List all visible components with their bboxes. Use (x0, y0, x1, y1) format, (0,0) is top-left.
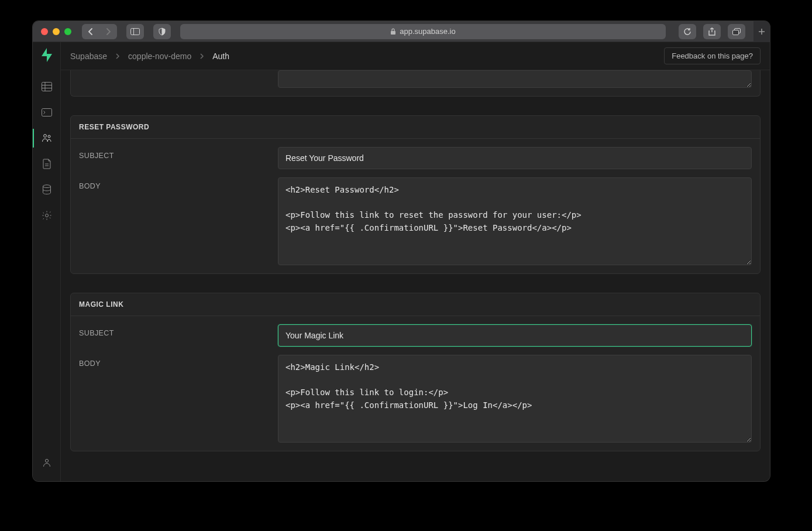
svg-rect-0 (131, 28, 140, 35)
panel-previous-partial (70, 70, 761, 97)
chevron-right-icon (199, 53, 204, 59)
window-controls (41, 28, 71, 35)
magic-body-textarea[interactable] (278, 355, 752, 443)
browser-actions (675, 24, 745, 39)
svg-rect-9 (42, 109, 51, 117)
url-bar[interactable]: app.supabase.io (180, 24, 666, 39)
svg-rect-5 (42, 83, 51, 91)
chevron-right-icon (115, 53, 120, 59)
svg-rect-4 (733, 30, 739, 35)
breadcrumb-project[interactable]: copple-nov-demo (128, 52, 191, 61)
panel-header: MAGIC LINK (71, 293, 760, 316)
browser-back-button[interactable] (82, 24, 99, 39)
browser-forward-button[interactable] (99, 24, 117, 39)
app-shell: Supabase copple-nov-demo Auth Feedback o… (33, 42, 770, 481)
subject-label: SUBJECT (79, 147, 266, 169)
feedback-button[interactable]: Feedback on this page? (664, 47, 761, 64)
body-label: BODY (79, 177, 266, 265)
nav-back-forward (82, 24, 117, 39)
browser-window: app.supabase.io (33, 21, 770, 481)
window-fullscreen-icon[interactable] (64, 28, 71, 35)
breadcrumb-page: Auth (212, 52, 229, 61)
reader-shield-button[interactable] (153, 24, 171, 39)
url-text: app.supabase.io (400, 27, 455, 36)
panel-header: RESET PASSWORD (71, 116, 760, 139)
body-label: BODY (79, 355, 266, 443)
nav-sql-editor[interactable] (33, 100, 61, 125)
svg-point-10 (43, 135, 46, 138)
supabase-logo-icon[interactable] (40, 48, 53, 62)
panel-magic-link: MAGIC LINK SUBJECT BODY (70, 293, 761, 451)
svg-rect-2 (391, 31, 395, 35)
nav-account[interactable] (33, 450, 61, 475)
nav-table-editor[interactable] (33, 74, 61, 100)
svg-point-15 (45, 214, 48, 217)
browser-chrome: app.supabase.io (33, 21, 770, 42)
svg-point-16 (45, 459, 48, 462)
panel-reset-password: RESET PASSWORD SUBJECT BODY (70, 115, 761, 274)
content-scroll[interactable]: RESET PASSWORD SUBJECT BODY MAGIC LINK S… (61, 70, 770, 481)
new-tab-button[interactable] (753, 21, 770, 42)
nav-storage[interactable] (33, 151, 61, 177)
nav-settings[interactable] (33, 203, 61, 228)
svg-point-11 (48, 135, 50, 138)
reset-body-textarea[interactable] (278, 177, 752, 265)
nav-auth[interactable] (33, 125, 61, 151)
left-nav (33, 42, 61, 481)
nav-database[interactable] (33, 177, 61, 203)
reload-button[interactable] (679, 24, 696, 39)
window-minimize-icon[interactable] (53, 28, 60, 35)
tabs-button[interactable] (728, 24, 745, 39)
main-area: Supabase copple-nov-demo Auth Feedback o… (61, 42, 770, 481)
subject-label: SUBJECT (79, 324, 266, 347)
reset-subject-input[interactable] (278, 147, 752, 169)
sidebar-toggle-button[interactable] (126, 24, 144, 39)
share-button[interactable] (703, 24, 721, 39)
breadcrumb-org[interactable]: Supabase (70, 52, 107, 61)
magic-subject-input[interactable] (278, 324, 752, 347)
prev-body-textarea[interactable] (278, 70, 752, 88)
breadcrumb-bar: Supabase copple-nov-demo Auth Feedback o… (61, 42, 770, 70)
lock-icon (390, 28, 396, 35)
window-close-icon[interactable] (41, 28, 48, 35)
svg-point-14 (43, 185, 50, 188)
